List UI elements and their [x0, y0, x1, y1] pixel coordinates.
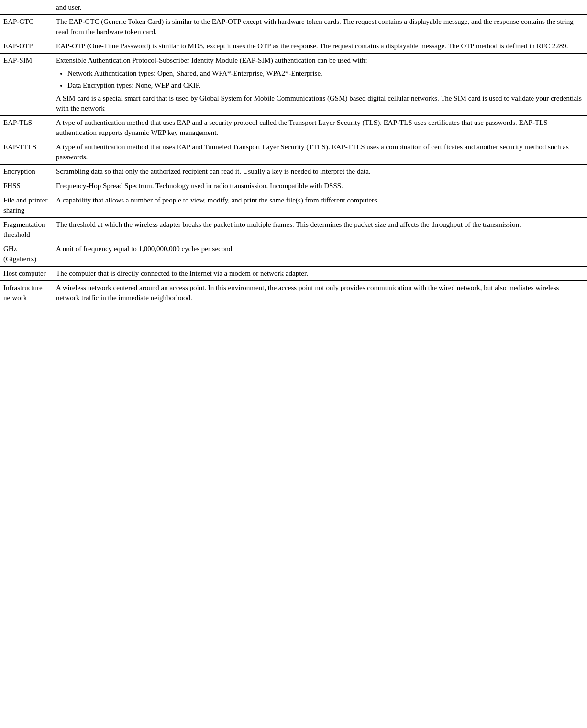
term-text: Infrastructure network [3, 284, 43, 302]
description-text: A capability that allows a number of peo… [56, 196, 379, 204]
table-row: FHSS Frequency-Hop Spread Spectrum. Tech… [0, 179, 587, 193]
description-text: A wireless network centered around an ac… [56, 284, 559, 302]
term-cell: Fragmentation threshold [0, 218, 53, 242]
term-text: GHz (Gigahertz) [3, 245, 36, 263]
desc-cell: Frequency-Hop Spread Spectrum. Technolog… [53, 179, 587, 193]
description-after: A SIM card is a special smart card that … [56, 94, 582, 112]
description-text: The computer that is directly connected … [56, 269, 308, 277]
eap-sim-list: Network Authentication types: Open, Shar… [67, 68, 584, 90]
table-row: Infrastructure network A wireless networ… [0, 281, 587, 305]
table-row: EAP-TLS A type of authentication method … [0, 116, 587, 140]
description-text: The threshold at which the wireless adap… [56, 221, 521, 228]
list-item: Data Encryption types: None, WEP and CKI… [67, 80, 584, 90]
desc-cell: A capability that allows a number of peo… [53, 193, 587, 218]
term-cell: FHSS [0, 179, 53, 193]
desc-cell: Scrambling data so that only the authori… [53, 165, 587, 179]
term-cell: GHz (Gigahertz) [0, 242, 53, 267]
description-text: Scrambling data so that only the authori… [56, 168, 371, 175]
desc-cell: The threshold at which the wireless adap… [53, 218, 587, 242]
table-row: File and printer sharing A capability th… [0, 193, 587, 218]
list-item: Network Authentication types: Open, Shar… [67, 68, 584, 78]
term-cell: Encryption [0, 165, 53, 179]
desc-cell: EAP-OTP (One-Time Password) is similar t… [53, 39, 587, 54]
term-cell: EAP-SIM [0, 54, 53, 116]
term-text: EAP-OTP [3, 42, 33, 50]
description-text: A unit of frequency equal to 1,000,000,0… [56, 245, 234, 253]
description-text: The EAP-GTC (Generic Token Card) is simi… [56, 18, 574, 35]
table-row: Encryption Scrambling data so that only … [0, 165, 587, 179]
list-item-text: Data Encryption types: None, WEP and CKI… [67, 81, 200, 89]
term-text: FHSS [3, 182, 21, 190]
table-row: EAP-OTP EAP-OTP (One-Time Password) is s… [0, 39, 587, 54]
table-row: Host computer The computer that is direc… [0, 267, 587, 281]
desc-cell: The computer that is directly connected … [53, 267, 587, 281]
description-text: A type of authentication method that use… [56, 119, 548, 136]
term-text: EAP-TLS [3, 119, 32, 126]
description-text: and user. [56, 3, 81, 11]
desc-cell: Extensible Authentication Protocol-Subsc… [53, 54, 587, 116]
term-cell [0, 0, 53, 15]
description-text: EAP-OTP (One-Time Password) is similar t… [56, 42, 568, 50]
description-text: Frequency-Hop Spread Spectrum. Technolog… [56, 182, 343, 190]
term-text: EAP-TTLS [3, 143, 36, 151]
desc-cell: The EAP-GTC (Generic Token Card) is simi… [53, 15, 587, 39]
term-cell: EAP-TTLS [0, 140, 53, 165]
term-text: Encryption [3, 168, 35, 175]
term-cell: EAP-GTC [0, 15, 53, 39]
desc-cell: A type of authentication method that use… [53, 116, 587, 140]
term-cell: EAP-OTP [0, 39, 53, 54]
list-item-text: Network Authentication types: Open, Shar… [67, 69, 322, 77]
description-text: A type of authentication method that use… [56, 143, 569, 161]
desc-cell: A unit of frequency equal to 1,000,000,0… [53, 242, 587, 267]
desc-cell: A type of authentication method that use… [53, 140, 587, 165]
term-text: File and printer sharing [3, 196, 47, 214]
term-text: EAP-SIM [3, 56, 32, 64]
term-text: Host computer [3, 269, 46, 277]
table-row: EAP-SIM Extensible Authentication Protoc… [0, 54, 587, 116]
description-before: Extensible Authentication Protocol-Subsc… [56, 56, 367, 64]
term-cell: EAP-TLS [0, 116, 53, 140]
table-row: Fragmentation threshold The threshold at… [0, 218, 587, 242]
table-row: EAP-TTLS A type of authentication method… [0, 140, 587, 165]
table-row: EAP-GTC The EAP-GTC (Generic Token Card)… [0, 15, 587, 39]
table-row: GHz (Gigahertz) A unit of frequency equa… [0, 242, 587, 267]
term-cell: Host computer [0, 267, 53, 281]
term-text: EAP-GTC [3, 18, 33, 25]
desc-cell: A wireless network centered around an ac… [53, 281, 587, 305]
term-cell: Infrastructure network [0, 281, 53, 305]
term-cell: File and printer sharing [0, 193, 53, 218]
table-row: and user. [0, 0, 587, 15]
desc-cell: and user. [53, 0, 587, 15]
term-text: Fragmentation threshold [3, 221, 45, 238]
